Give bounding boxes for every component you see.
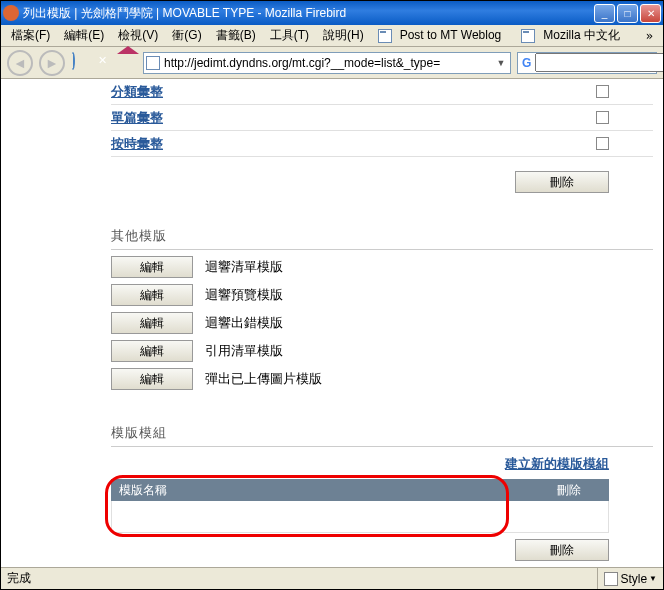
- menu-overflow[interactable]: »: [640, 27, 659, 45]
- url-dropdown[interactable]: ▼: [494, 58, 508, 68]
- archive-link-individual[interactable]: 單篇彙整: [111, 109, 596, 127]
- bookmark-mozilla-zh[interactable]: Mozilla 中文化: [515, 25, 632, 46]
- page-icon: [146, 56, 160, 70]
- status-text: 完成: [7, 570, 31, 587]
- section-other-templates: 其他模版: [111, 227, 653, 250]
- maximize-button[interactable]: □: [617, 4, 638, 23]
- checkbox-category[interactable]: [596, 85, 609, 98]
- checkbox-individual[interactable]: [596, 111, 609, 124]
- template-label: 引用清單模版: [205, 342, 283, 360]
- style-switcher[interactable]: Style ▼: [597, 568, 657, 589]
- archive-row-date: 按時彙整: [111, 131, 653, 157]
- stop-button[interactable]: [95, 54, 113, 72]
- window-titlebar: 列出模版 | 光劍格鬥學院 | MOVABLE TYPE - Mozilla F…: [1, 1, 663, 25]
- google-icon: G: [522, 56, 531, 70]
- template-label: 迴響預覽模版: [205, 286, 283, 304]
- reload-button[interactable]: [71, 54, 89, 72]
- toolbar: ◄ ► ▼ G: [1, 47, 663, 79]
- delete-archives-button[interactable]: 刪除: [515, 171, 609, 193]
- bookmark-post-mt[interactable]: Post to MT Weblog: [372, 26, 514, 45]
- page-icon: [378, 29, 392, 43]
- menu-go[interactable]: 衝(G): [166, 25, 207, 46]
- template-label: 迴響出錯模版: [205, 314, 283, 332]
- col-delete: 刪除: [529, 482, 609, 499]
- delete-modules-button[interactable]: 刪除: [515, 539, 609, 561]
- module-table-header: 模版名稱 刪除: [111, 479, 609, 501]
- edit-button[interactable]: 編輯: [111, 256, 193, 278]
- section-template-modules: 模版模組: [111, 424, 653, 447]
- menu-file[interactable]: 檔案(F): [5, 25, 56, 46]
- window-title: 列出模版 | 光劍格鬥學院 | MOVABLE TYPE - Mozilla F…: [23, 5, 592, 22]
- archive-row-individual: 單篇彙整: [111, 105, 653, 131]
- archive-row-category: 分類彙整: [111, 79, 653, 105]
- menu-bookmarks[interactable]: 書籤(B): [210, 25, 262, 46]
- menu-edit[interactable]: 編輯(E): [58, 25, 110, 46]
- style-icon: [604, 572, 618, 586]
- page-icon: [521, 29, 535, 43]
- edit-button[interactable]: 編輯: [111, 312, 193, 334]
- menu-help[interactable]: 說明(H): [317, 25, 370, 46]
- status-bar: 完成 Style ▼: [1, 567, 663, 589]
- search-bar[interactable]: G: [517, 52, 657, 74]
- edit-button[interactable]: 編輯: [111, 284, 193, 306]
- edit-button[interactable]: 編輯: [111, 340, 193, 362]
- archive-link-category[interactable]: 分類彙整: [111, 83, 596, 101]
- search-input[interactable]: [535, 53, 664, 72]
- checkbox-date[interactable]: [596, 137, 609, 150]
- template-row: 編輯 迴響清單模版: [111, 256, 653, 278]
- template-row: 編輯 引用清單模版: [111, 340, 653, 362]
- home-button[interactable]: [119, 54, 137, 72]
- template-label: 迴響清單模版: [205, 258, 283, 276]
- template-row: 編輯 迴響出錯模版: [111, 312, 653, 334]
- archive-link-date[interactable]: 按時彙整: [111, 135, 596, 153]
- close-button[interactable]: ✕: [640, 4, 661, 23]
- menu-tools[interactable]: 工具(T): [264, 25, 315, 46]
- url-bar[interactable]: ▼: [143, 52, 511, 74]
- forward-button[interactable]: ►: [39, 50, 65, 76]
- back-button[interactable]: ◄: [7, 50, 33, 76]
- new-module-link[interactable]: 建立新的模版模組: [111, 455, 609, 473]
- menu-view[interactable]: 檢視(V): [112, 25, 164, 46]
- page-content: 分類彙整 單篇彙整 按時彙整 刪除 其他模版 編輯 迴響清單模版 編輯 迴響預覽…: [1, 79, 663, 567]
- template-label: 彈出已上傳圖片模版: [205, 370, 322, 388]
- menu-bar: 檔案(F) 編輯(E) 檢視(V) 衝(G) 書籤(B) 工具(T) 說明(H)…: [1, 25, 663, 47]
- url-input[interactable]: [164, 54, 490, 72]
- app-icon: [3, 5, 19, 21]
- template-row: 編輯 彈出已上傳圖片模版: [111, 368, 653, 390]
- module-table-body: [111, 501, 609, 533]
- col-name: 模版名稱: [111, 482, 529, 499]
- template-row: 編輯 迴響預覽模版: [111, 284, 653, 306]
- edit-button[interactable]: 編輯: [111, 368, 193, 390]
- minimize-button[interactable]: _: [594, 4, 615, 23]
